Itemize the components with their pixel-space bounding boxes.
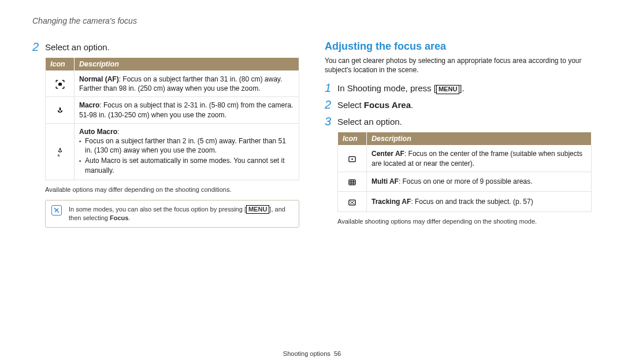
tip-text: In some modes, you can also set the focu… bbox=[69, 205, 293, 223]
svg-text:AF: AF bbox=[59, 83, 61, 86]
step-text: Select Focus Area. bbox=[337, 98, 413, 111]
focus-mode-table: Icon Description AF Normal (AF): Focus o… bbox=[45, 57, 299, 180]
auto-macro-icon: A bbox=[46, 123, 75, 180]
section-title: Adjusting the focus area bbox=[325, 40, 592, 53]
table-row: Tracking AF: Focus on and track the subj… bbox=[338, 192, 592, 212]
left-note: Available options may differ depending o… bbox=[45, 186, 299, 193]
step-number: 3 bbox=[325, 115, 337, 128]
step-number: 2 bbox=[32, 40, 45, 54]
table-row: AF Normal (AF): Focus on a subject farth… bbox=[46, 71, 299, 97]
menu-button-label: MENU bbox=[436, 85, 459, 94]
table-row: Multi AF: Focus on one or more of 9 poss… bbox=[338, 172, 592, 192]
tracking-af-icon bbox=[338, 192, 367, 212]
multi-af-desc: Multi AF: Focus on one or more of 9 poss… bbox=[367, 172, 592, 192]
tip-box: In some modes, you can also set the focu… bbox=[45, 200, 299, 228]
svg-text:A: A bbox=[57, 154, 60, 157]
step-number: 1 bbox=[325, 81, 337, 95]
auto-macro-desc: Auto Macro: Focus on a subject farther t… bbox=[75, 123, 299, 180]
focus-area-table: Icon Description Center AF: Focus on the… bbox=[337, 132, 592, 212]
table-row: Macro: Focus on a subject that is 2-31 i… bbox=[46, 97, 299, 123]
right-column: Adjusting the focus area You can get cle… bbox=[325, 40, 592, 232]
menu-button-label: MENU bbox=[246, 205, 269, 214]
section-intro: You can get clearer photos by selecting … bbox=[325, 56, 592, 75]
step-text: Select an option. bbox=[337, 115, 402, 128]
tip-icon bbox=[51, 205, 62, 216]
macro-icon bbox=[46, 97, 75, 123]
page-footer: Shooting options 56 bbox=[0, 350, 624, 357]
step-text: Select an option. bbox=[45, 40, 110, 53]
normal-af-desc: Normal (AF): Focus on a subject farther … bbox=[75, 71, 299, 97]
left-column: 2 Select an option. Icon Description AF … bbox=[32, 40, 299, 232]
th-desc: Description bbox=[367, 132, 592, 146]
table-row: A Auto Macro: Focus on a subject farther… bbox=[46, 123, 299, 180]
svg-point-12 bbox=[352, 202, 352, 202]
page-header: Changing the camera's focus bbox=[32, 16, 592, 25]
step-number: 2 bbox=[325, 98, 337, 112]
table-row: Center AF: Focus on the center of the fr… bbox=[338, 146, 592, 172]
step-text: In Shooting mode, press [MENU]. bbox=[337, 81, 465, 94]
normal-af-icon: AF bbox=[46, 71, 75, 97]
th-desc: Description bbox=[75, 58, 299, 71]
th-icon: Icon bbox=[338, 132, 367, 146]
right-note: Available shooting options may differ de… bbox=[337, 218, 592, 225]
multi-af-icon bbox=[338, 172, 367, 192]
center-af-icon bbox=[338, 146, 367, 172]
th-icon: Icon bbox=[46, 58, 75, 71]
macro-desc: Macro: Focus on a subject that is 2-31 i… bbox=[75, 97, 299, 123]
center-af-desc: Center AF: Focus on the center of the fr… bbox=[367, 146, 592, 172]
tracking-af-desc: Tracking AF: Focus on and track the subj… bbox=[367, 192, 592, 212]
svg-rect-6 bbox=[349, 180, 355, 185]
